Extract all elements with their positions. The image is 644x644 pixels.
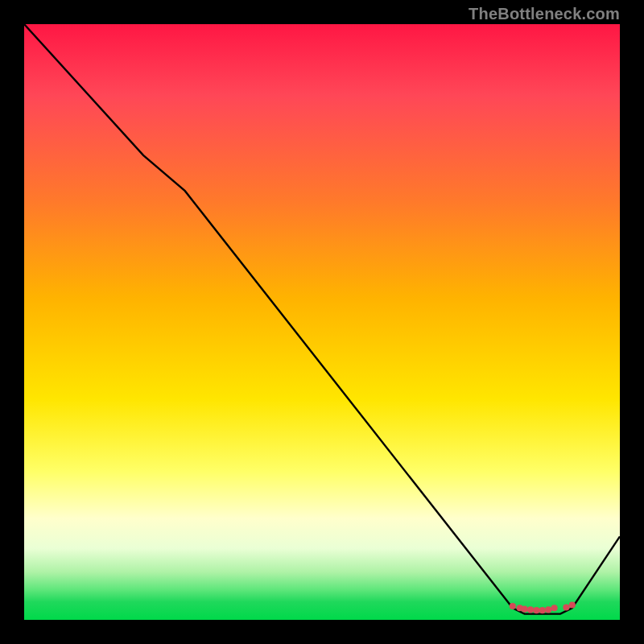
chart-svg	[24, 24, 620, 620]
scatter-point	[522, 606, 528, 613]
chart-stage: TheBottleneck.com	[0, 0, 644, 644]
plot-area	[24, 24, 620, 620]
scatter-point	[533, 607, 539, 613]
scatter-point	[563, 604, 569, 610]
scatter-point	[527, 606, 534, 613]
scatter-point	[569, 601, 576, 608]
scatter-point	[510, 603, 516, 609]
watermark-text: TheBottleneck.com	[469, 5, 620, 23]
scatter-point	[545, 606, 551, 613]
chart-line	[24, 24, 620, 614]
scatter-point	[539, 607, 546, 613]
scatter-point	[551, 605, 558, 611]
